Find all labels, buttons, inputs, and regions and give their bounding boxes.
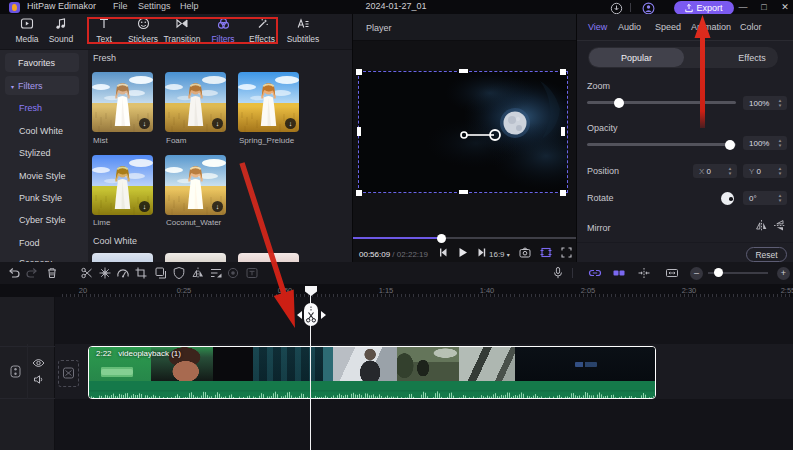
spinner-icon[interactable]: ▲▼: [777, 193, 783, 203]
spinner-icon[interactable]: ▲▼: [777, 98, 783, 108]
segment-popular[interactable]: Popular: [589, 48, 684, 67]
timeline-zoom-in-icon[interactable]: +: [777, 267, 790, 280]
selection-handle[interactable]: [560, 190, 566, 196]
rotate-knob[interactable]: [721, 192, 734, 205]
sidebar-item-cyber-style[interactable]: Cyber Style: [19, 215, 66, 225]
flip-vertical-icon[interactable]: [773, 219, 786, 232]
aspect-ratio-dropdown[interactable]: 16:9 ▾: [489, 250, 510, 259]
crop-icon[interactable]: [134, 266, 148, 280]
filter-thumb-partial[interactable]: [165, 253, 226, 262]
tab-filters[interactable]: Filters: [201, 17, 245, 44]
split-icon[interactable]: [80, 266, 94, 280]
playback-progress-bar[interactable]: [353, 237, 576, 239]
menu-help[interactable]: Help: [180, 1, 199, 11]
tab-effects[interactable]: Effects: [240, 17, 284, 44]
timeline-clip-videoplayback[interactable]: 2:22 videoplayback (1): [88, 346, 656, 399]
segment-effects[interactable]: Effects: [713, 47, 791, 68]
sidebar-item-movie-style[interactable]: Movie Style: [19, 171, 66, 181]
track-visibility-eye-icon[interactable]: [32, 358, 45, 370]
canvas-icon[interactable]: [540, 247, 552, 260]
download-badge-icon[interactable]: ↓: [212, 118, 223, 129]
download-badge-icon[interactable]: ↓: [139, 118, 150, 129]
audio-adjust-icon[interactable]: [209, 266, 223, 280]
delete-icon[interactable]: [45, 266, 59, 280]
spinner-icon[interactable]: ▲▼: [777, 138, 783, 148]
filter-thumb-foam[interactable]: ↓: [165, 72, 226, 132]
split-cursor[interactable]: [304, 303, 318, 326]
tab-audio[interactable]: Audio: [618, 22, 641, 32]
voiceover-mic-icon[interactable]: [551, 266, 565, 280]
menu-file[interactable]: File: [113, 1, 128, 11]
sidebar-item-fresh[interactable]: Fresh: [19, 103, 42, 113]
empty-media-slot[interactable]: [58, 360, 79, 387]
filter-thumb-coconut-water[interactable]: ↓: [165, 155, 226, 215]
reset-button[interactable]: Reset: [746, 247, 787, 262]
position-x-box[interactable]: X 0 ▲▼: [693, 164, 737, 178]
sidebar-item-food[interactable]: Food: [19, 238, 40, 248]
download-badge-icon[interactable]: ↓: [285, 118, 296, 129]
selection-frame[interactable]: [358, 71, 568, 193]
mask-icon[interactable]: [172, 266, 186, 280]
download-badge-icon[interactable]: ↓: [139, 201, 150, 212]
sidebar-favorites[interactable]: Favorites: [5, 53, 79, 72]
progress-handle[interactable]: [437, 234, 446, 243]
copy-icon[interactable]: [154, 266, 168, 280]
ripple-edit-icon[interactable]: [665, 266, 679, 280]
selection-handle[interactable]: [561, 127, 565, 136]
opacity-slider-handle[interactable]: [725, 140, 735, 150]
sidebar-item-punk-style[interactable]: Punk Style: [19, 193, 62, 203]
export-button[interactable]: Export: [674, 1, 734, 15]
text-box-icon[interactable]: [245, 266, 259, 280]
mirror-flip-icon[interactable]: [191, 266, 205, 280]
filter-thumb-lime[interactable]: ↓: [92, 155, 153, 215]
undo-icon[interactable]: [7, 266, 21, 280]
timeline-ruler[interactable]: 20 0:25 0:50 1:15 1:40 2:05 2:30 2:55: [0, 284, 793, 297]
zoom-slider-handle[interactable]: [614, 98, 624, 108]
selection-handle[interactable]: [356, 69, 362, 75]
filter-thumb-partial[interactable]: [92, 253, 153, 262]
selection-handle[interactable]: [459, 69, 468, 73]
speed-icon[interactable]: [116, 266, 130, 280]
close-button[interactable]: ✕: [778, 0, 792, 14]
redo-icon[interactable]: [25, 266, 39, 280]
filter-thumb-mist[interactable]: ↓: [92, 72, 153, 132]
rotate-value-box[interactable]: 0° ▲▼: [743, 191, 787, 205]
filter-thumb-partial[interactable]: [238, 253, 299, 262]
tab-text[interactable]: Text: [82, 17, 126, 44]
prev-frame-button[interactable]: [438, 247, 449, 260]
next-frame-button[interactable]: [476, 247, 487, 260]
tab-view[interactable]: View: [588, 22, 607, 32]
tab-subtitles[interactable]: Subtitles: [281, 17, 325, 44]
play-button[interactable]: [457, 247, 468, 260]
auto-split-icon[interactable]: [637, 266, 651, 280]
snapshot-icon[interactable]: [519, 247, 531, 260]
sidebar-item-stylized[interactable]: Stylized: [19, 148, 51, 158]
spinner-icon[interactable]: ▲▼: [777, 166, 783, 176]
fullscreen-icon[interactable]: [561, 247, 572, 260]
flip-horizontal-icon[interactable]: [755, 219, 768, 232]
selection-handle[interactable]: [356, 190, 362, 196]
tab-stickers[interactable]: Stickers: [121, 17, 165, 44]
filter-thumb-spring-prelude[interactable]: ↓: [238, 72, 299, 132]
menu-settings[interactable]: Settings: [138, 1, 171, 11]
storyboard-icon[interactable]: [612, 266, 626, 280]
tab-color[interactable]: Color: [740, 22, 762, 32]
sidebar-filters-group[interactable]: ▾ Filters: [5, 76, 79, 95]
opacity-value-box[interactable]: 100% ▲▼: [743, 136, 787, 150]
maximize-button[interactable]: □: [757, 0, 771, 14]
timeline-zoom-handle[interactable]: [714, 268, 723, 277]
timeline-zoom-out-icon[interactable]: –: [690, 267, 703, 280]
tab-sound[interactable]: Sound: [39, 17, 83, 44]
zoom-slider[interactable]: [587, 101, 736, 104]
selection-handle[interactable]: [357, 127, 361, 136]
minimize-button[interactable]: —: [736, 0, 750, 14]
freeze-frame-icon[interactable]: [98, 266, 112, 280]
link-icon[interactable]: [588, 266, 602, 280]
download-badge-icon[interactable]: ↓: [212, 201, 223, 212]
spinner-icon[interactable]: ▲▼: [727, 166, 733, 176]
tab-speed[interactable]: Speed: [655, 22, 681, 32]
tab-transition[interactable]: Transition: [160, 17, 204, 44]
position-y-box[interactable]: Y 0 ▲▼: [743, 164, 787, 178]
selection-handle[interactable]: [560, 69, 566, 75]
opacity-slider[interactable]: [587, 143, 736, 146]
